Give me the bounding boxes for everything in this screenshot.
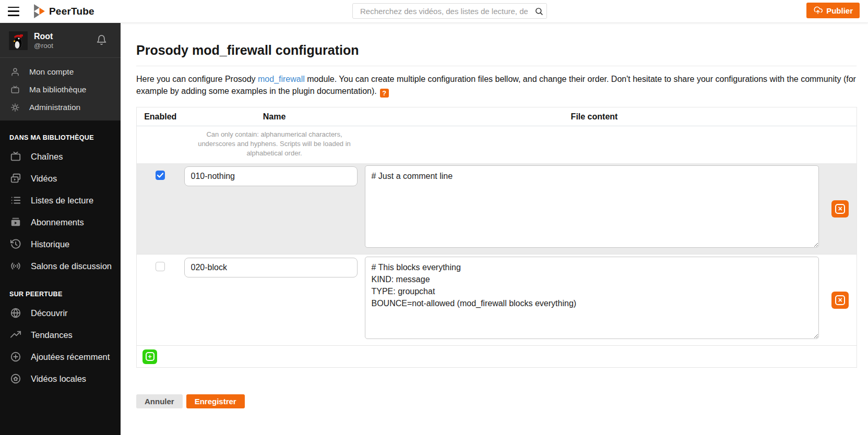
sidebar-item-recently-added[interactable]: Ajoutées récemment <box>0 346 121 368</box>
avatar[interactable] <box>9 31 28 50</box>
user-handle: @root <box>34 41 96 50</box>
playlist-icon <box>10 195 23 206</box>
sidebar-item-local-videos[interactable]: Vidéos locales <box>0 368 121 390</box>
script-name-input[interactable] <box>184 258 358 277</box>
notifications-bell-icon[interactable] <box>96 34 107 47</box>
add-file-button[interactable]: + <box>142 349 157 364</box>
form-actions: Annuler Enregistrer <box>136 394 857 408</box>
sidebar-item-label: Découvrir <box>31 308 68 318</box>
sidebar-section-title: DANS MA BIBLIOTHÈQUE <box>0 134 121 141</box>
sidebar-item-label: Chaînes <box>31 152 63 162</box>
title-divider <box>136 66 857 66</box>
close-icon: × <box>835 295 845 305</box>
history-icon <box>10 238 23 250</box>
table-row: # This blocks everything KIND: message T… <box>137 255 857 346</box>
sidebar: Root @root Mon compte <box>0 23 121 435</box>
close-icon: × <box>835 204 845 214</box>
home-circle-icon <box>10 373 23 384</box>
search-input[interactable] <box>353 7 531 16</box>
file-content-textarea[interactable]: # This blocks everything KIND: message T… <box>365 257 819 339</box>
delete-row-button[interactable]: × <box>831 200 849 218</box>
enabled-checkbox[interactable] <box>156 262 165 271</box>
trending-icon <box>10 329 23 341</box>
publish-label: Publier <box>826 6 853 15</box>
intro-text: Here you can configure Prosody mod_firew… <box>136 73 857 98</box>
help-icon[interactable]: ? <box>380 89 389 98</box>
sidebar-item-label: Salons de discussion <box>31 261 112 271</box>
brand-name: PeerTube <box>49 6 94 17</box>
sidebar-item-chat-rooms[interactable]: Salons de discussion <box>0 255 121 277</box>
mod-firewall-link[interactable]: mod_firewall <box>258 75 305 83</box>
globe-icon <box>10 307 23 319</box>
sidebar-item-history[interactable]: Historique <box>0 233 121 255</box>
subscriptions-icon <box>10 216 23 228</box>
sidebar-item-label: Ajoutées récemment <box>31 352 110 362</box>
intro-before-link: Here you can configure Prosody <box>136 75 258 83</box>
sidebar-item-label: Historique <box>31 239 69 249</box>
table-row: # Just a comment line × <box>137 163 857 255</box>
config-files-table: Enabled Name File content Can only conta… <box>136 107 857 368</box>
sidebar-item-label: Administration <box>29 103 80 112</box>
user-box: Root @root <box>0 23 121 57</box>
top-bar: PeerTube Publier <box>0 0 868 23</box>
sidebar-item-label: Mon compte <box>29 67 74 77</box>
search-icon[interactable] <box>531 4 546 18</box>
broadcast-icon <box>10 260 23 272</box>
page-title: Prosody mod_firewall configuration <box>136 43 857 58</box>
script-name-input[interactable] <box>184 166 358 186</box>
sidebar-item-my-library[interactable]: Ma bibliothèque <box>0 81 121 99</box>
plus-circle-icon <box>10 351 23 362</box>
sidebar-section-title: SUR PEERTUBE <box>0 291 121 298</box>
add-row: + <box>137 346 857 368</box>
column-header-name: Name <box>184 107 365 126</box>
name-hint-text: Can only contain: alphanumerical charact… <box>194 130 355 158</box>
sidebar-item-trending[interactable]: Tendances <box>0 324 121 346</box>
search-box <box>352 3 547 19</box>
tv-icon <box>10 85 21 94</box>
sidebar-item-label: Tendances <box>31 330 73 340</box>
main-content: Prosody mod_firewall configuration Here … <box>121 23 868 435</box>
sidebar-item-playlists[interactable]: Listes de lecture <box>0 189 121 211</box>
sidebar-item-my-account[interactable]: Mon compte <box>0 63 121 81</box>
file-content-textarea[interactable]: # Just a comment line <box>365 165 819 248</box>
sidebar-item-label: Abonnements <box>31 218 84 227</box>
enabled-checkbox[interactable] <box>156 171 165 180</box>
delete-row-button[interactable]: × <box>831 292 849 309</box>
hamburger-menu-icon[interactable] <box>8 7 20 16</box>
name-hint-row: Can only contain: alphanumerical charact… <box>137 126 857 164</box>
column-header-file-content: File content <box>365 107 824 126</box>
sidebar-item-subscriptions[interactable]: Abonnements <box>0 211 121 233</box>
sidebar-item-videos[interactable]: Vidéos <box>0 167 121 189</box>
column-header-enabled: Enabled <box>137 107 184 126</box>
peertube-logo[interactable]: PeerTube <box>34 4 94 18</box>
sidebar-item-label: Vidéos <box>31 174 57 184</box>
peertube-logo-icon <box>34 4 45 18</box>
tv-icon <box>10 151 23 162</box>
plus-icon: + <box>146 352 154 361</box>
publish-button[interactable]: Publier <box>806 3 860 18</box>
upload-cloud-icon <box>813 6 823 15</box>
sidebar-item-administration[interactable]: Administration <box>0 99 121 116</box>
sidebar-item-channels[interactable]: Chaînes <box>0 146 121 167</box>
cancel-button[interactable]: Annuler <box>136 394 183 408</box>
user-icon <box>10 67 21 77</box>
sidebar-item-label: Ma bibliothèque <box>29 85 86 94</box>
sidebar-item-discover[interactable]: Découvrir <box>0 302 121 324</box>
sidebar-item-label: Vidéos locales <box>31 374 86 384</box>
gear-icon <box>10 103 21 112</box>
save-button[interactable]: Enregistrer <box>186 394 245 408</box>
sidebar-item-label: Listes de lecture <box>31 196 93 206</box>
user-name: Root <box>34 32 96 41</box>
videos-icon <box>10 173 23 184</box>
